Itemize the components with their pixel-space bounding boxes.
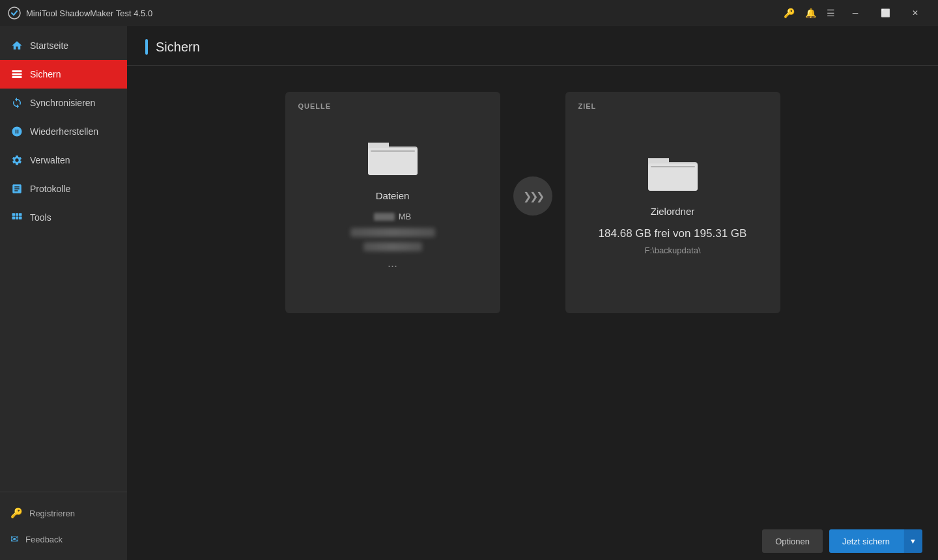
dest-card-title: Zielordner xyxy=(651,206,695,217)
sidebar-item-feedback[interactable]: ✉ Feedback xyxy=(0,526,127,552)
source-more-dots: ... xyxy=(388,257,397,270)
sidebar-bottom: 🔑 Registrieren ✉ Feedback xyxy=(0,492,127,560)
sidebar-label-startseite: Startseite xyxy=(30,40,68,51)
sidebar-item-startseite[interactable]: Startseite xyxy=(0,31,127,60)
chevron-down-icon: ▼ xyxy=(909,537,917,545)
svg-rect-7 xyxy=(12,217,16,220)
registrieren-label: Registrieren xyxy=(29,509,75,518)
backup-dropdown-button[interactable]: ▼ xyxy=(903,529,922,553)
svg-rect-5 xyxy=(16,213,19,216)
sidebar-label-verwalten: Verwalten xyxy=(30,155,70,165)
feedback-label: Feedback xyxy=(25,535,63,544)
svg-point-0 xyxy=(8,7,20,19)
close-button[interactable]: ✕ xyxy=(900,0,930,26)
backup-now-button[interactable]: Jetzt sichern xyxy=(829,529,903,553)
sidebar-item-protokolle[interactable]: Protokolle xyxy=(0,175,127,203)
sidebar-label-sichern: Sichern xyxy=(30,69,61,79)
svg-rect-3 xyxy=(12,76,22,78)
source-card[interactable]: QUELLE Dateien MB xyxy=(285,92,500,313)
cards-area: QUELLE Dateien MB xyxy=(127,66,938,522)
dest-card-label: ZIEL xyxy=(578,102,597,110)
backup-icon xyxy=(10,68,23,81)
sidebar-item-wiederherstellen[interactable]: Wiederherstellen xyxy=(0,117,127,146)
bottom-bar: Optionen Jetzt sichern ▼ xyxy=(127,522,938,560)
tools-icon xyxy=(10,211,23,224)
source-size-unit: MB xyxy=(399,212,412,221)
sidebar-item-tools[interactable]: Tools xyxy=(0,203,127,232)
dest-path: F:\backupdata\ xyxy=(645,245,701,255)
sidebar: Startseite Sichern Syn xyxy=(0,26,127,560)
sidebar-item-registrieren[interactable]: 🔑 Registrieren xyxy=(0,500,127,526)
sync-icon xyxy=(10,96,23,109)
log-icon xyxy=(10,182,23,195)
envelope-icon: ✉ xyxy=(10,533,19,545)
source-card-files: MB ... xyxy=(350,212,435,270)
page-header: Sichern xyxy=(127,26,938,66)
sidebar-item-verwalten[interactable]: Verwalten xyxy=(0,146,127,175)
content-area: Sichern QUELLE Dateien xyxy=(127,26,938,560)
svg-rect-12 xyxy=(368,148,418,175)
sidebar-item-synchronisieren[interactable]: Synchronisieren xyxy=(0,89,127,117)
page-title: Sichern xyxy=(156,40,200,55)
sidebar-item-sichern[interactable]: Sichern xyxy=(0,60,127,89)
titlebar: MiniTool ShadowMaker Test 4.5.0 🔑 🔔 ☰ ─ … xyxy=(0,0,938,26)
arrow-connector: ❯❯❯ xyxy=(513,176,552,216)
hamburger-icon[interactable]: ☰ xyxy=(827,8,835,18)
sidebar-label-tools: Tools xyxy=(30,212,51,223)
bell-icon[interactable]: 🔔 xyxy=(805,8,816,18)
svg-rect-8 xyxy=(16,217,19,220)
sidebar-nav: Startseite Sichern Syn xyxy=(0,26,127,492)
app-logo xyxy=(8,7,21,20)
svg-rect-1 xyxy=(12,70,22,72)
dest-free-space: 184.68 GB frei von 195.31 GB xyxy=(599,227,747,240)
key-icon: 🔑 xyxy=(10,507,23,519)
svg-rect-2 xyxy=(12,74,22,76)
titlebar-icon-group: 🔑 🔔 ☰ xyxy=(784,8,835,18)
dest-folder-icon xyxy=(647,150,699,195)
window-controls: ─ ⬜ ✕ xyxy=(840,0,930,26)
svg-rect-4 xyxy=(12,213,16,216)
key-icon[interactable]: 🔑 xyxy=(784,8,795,18)
minimize-button[interactable]: ─ xyxy=(840,0,870,26)
svg-rect-13 xyxy=(371,150,415,152)
sidebar-label-protokolle: Protokolle xyxy=(30,184,70,194)
options-button[interactable]: Optionen xyxy=(762,529,823,553)
source-folder-icon xyxy=(367,135,419,180)
backup-button-group: Jetzt sichern ▼ xyxy=(829,529,922,553)
header-accent-bar xyxy=(145,39,148,55)
restore-icon xyxy=(10,125,23,138)
maximize-button[interactable]: ⬜ xyxy=(870,0,900,26)
sidebar-label-synchronisieren: Synchronisieren xyxy=(30,98,95,108)
destination-card[interactable]: ZIEL Zielordner 184.68 GB frei von 195.3… xyxy=(565,92,780,313)
svg-rect-6 xyxy=(19,213,22,216)
sidebar-label-wiederherstellen: Wiederherstellen xyxy=(30,126,98,137)
manage-icon xyxy=(10,154,23,167)
home-icon xyxy=(10,39,23,52)
main-layout: Startseite Sichern Syn xyxy=(0,26,938,560)
svg-rect-17 xyxy=(651,166,695,167)
app-title: MiniTool ShadowMaker Test 4.5.0 xyxy=(26,8,784,18)
svg-rect-16 xyxy=(648,163,698,191)
source-card-label: QUELLE xyxy=(298,102,332,110)
svg-rect-9 xyxy=(19,217,22,220)
arrow-icon: ❯❯❯ xyxy=(523,190,543,203)
arrow-button[interactable]: ❯❯❯ xyxy=(513,176,552,216)
source-card-title: Dateien xyxy=(376,190,410,201)
